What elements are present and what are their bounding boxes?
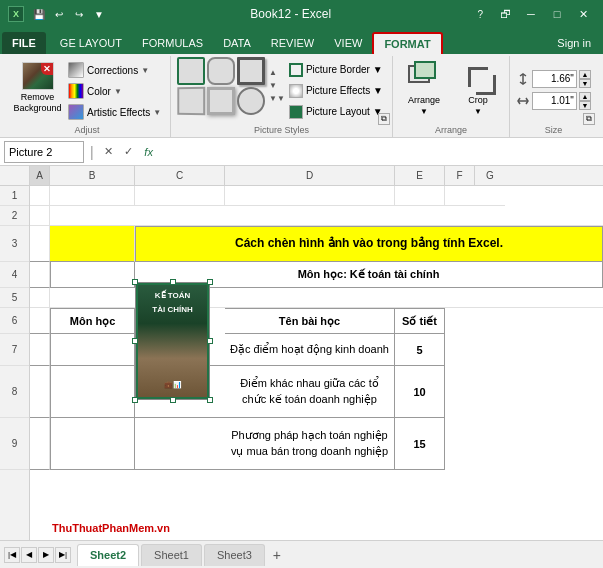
style-thumb-5[interactable] <box>207 87 235 115</box>
col-header-b[interactable]: B <box>50 166 135 185</box>
height-up-btn[interactable]: ▲ <box>579 70 591 79</box>
cell-a1[interactable] <box>30 186 50 206</box>
handle-ml[interactable] <box>132 338 138 344</box>
width-input[interactable] <box>532 92 577 110</box>
formula-fx-btn[interactable]: fx <box>140 143 158 161</box>
style-scroll-down[interactable]: ▼ <box>268 80 286 91</box>
undo-quick-btn[interactable]: ↩ <box>50 5 68 23</box>
picture-border-btn[interactable]: Picture Border ▼ <box>286 60 386 80</box>
sheet-tab-sheet3[interactable]: Sheet3 <box>204 544 265 566</box>
tab-review[interactable]: REVIEW <box>261 32 324 54</box>
minimize-btn[interactable]: ─ <box>519 4 543 24</box>
col-header-e[interactable]: E <box>395 166 445 185</box>
cell-d6-header[interactable]: Tên bài học <box>225 308 395 334</box>
style-thumb-6[interactable] <box>237 87 265 115</box>
help-btn[interactable]: ? <box>473 7 487 22</box>
cell-a6[interactable] <box>30 308 50 334</box>
sheet-tab-sheet2[interactable]: Sheet2 <box>77 544 139 566</box>
style-thumb-1[interactable] <box>177 57 205 85</box>
picture-effects-btn[interactable]: Picture Effects ▼ <box>286 81 386 101</box>
save-quick-btn[interactable]: 💾 <box>30 5 48 23</box>
sign-in-btn[interactable]: Sign in <box>547 32 601 54</box>
picture-styles-expand-btn[interactable]: ⧉ <box>378 113 390 125</box>
picture-layout-btn[interactable]: Picture Layout ▼ <box>286 102 386 122</box>
style-thumb-2[interactable] <box>207 57 235 85</box>
width-down-btn[interactable]: ▼ <box>579 101 591 110</box>
cell-a5[interactable] <box>30 288 50 308</box>
handle-tc[interactable] <box>170 279 176 285</box>
cell-c9[interactable] <box>135 418 225 470</box>
tab-file[interactable]: FILE <box>2 32 46 54</box>
col-header-f[interactable]: F <box>445 166 475 185</box>
cell-d7[interactable]: Đặc điểm hoạt động kinh doanh <box>225 334 395 366</box>
customize-quick-btn[interactable]: ▼ <box>90 5 108 23</box>
cell-a9[interactable] <box>30 418 50 470</box>
sheet-nav-last[interactable]: ▶| <box>55 547 71 563</box>
handle-tl[interactable] <box>132 279 138 285</box>
cell-b1[interactable] <box>50 186 135 206</box>
cell-e8[interactable]: 10 <box>395 366 445 418</box>
formula-confirm-btn[interactable]: ✓ <box>120 143 138 161</box>
cell-b3[interactable] <box>50 226 135 262</box>
cell-fg1[interactable] <box>445 186 505 206</box>
cell-a8[interactable] <box>30 366 50 418</box>
handle-mr[interactable] <box>207 338 213 344</box>
height-down-btn[interactable]: ▼ <box>579 79 591 88</box>
cell-b9[interactable] <box>50 418 135 470</box>
cell-e7[interactable]: 5 <box>395 334 445 366</box>
color-btn[interactable]: Color ▼ <box>65 81 164 101</box>
style-scroll-more[interactable]: ▼▼ <box>268 93 286 104</box>
sheet-tab-sheet1[interactable]: Sheet1 <box>141 544 202 566</box>
style-thumb-4[interactable] <box>177 86 205 115</box>
col-header-g[interactable]: G <box>475 166 505 185</box>
size-expand-btn[interactable]: ⧉ <box>583 113 595 125</box>
tab-view[interactable]: VIEW <box>324 32 372 54</box>
add-sheet-btn[interactable]: + <box>267 545 287 565</box>
tab-page-layout[interactable]: GE LAYOUT <box>50 32 132 54</box>
crop-btn[interactable]: Crop ▼ <box>453 58 503 118</box>
handle-tr[interactable] <box>207 279 213 285</box>
height-input[interactable] <box>532 70 577 88</box>
formula-cancel-btn[interactable]: ✕ <box>100 143 118 161</box>
remove-background-btn[interactable]: ✕ RemoveBackground <box>10 58 65 118</box>
cell-e6-header[interactable]: Số tiết <box>395 308 445 334</box>
cell-d9[interactable]: Phương pháp hạch toán nghiệp vụ mua bán … <box>225 418 395 470</box>
tab-data[interactable]: DATA <box>213 32 261 54</box>
handle-bc[interactable] <box>170 397 176 403</box>
tab-format[interactable]: FORMAT <box>372 32 442 54</box>
cell-b8[interactable] <box>50 366 135 418</box>
cell-e1[interactable] <box>395 186 445 206</box>
style-thumb-3[interactable] <box>237 57 265 85</box>
name-box[interactable]: Picture 2 <box>4 141 84 163</box>
cell-a7[interactable] <box>30 334 50 366</box>
cell-a4[interactable] <box>30 262 50 288</box>
col-header-c[interactable]: C <box>135 166 225 185</box>
cell-b6-header[interactable]: Môn học <box>50 308 135 334</box>
inserted-image[interactable]: KẾ TOÁN TÀI CHÍNH 💼📊 <box>135 282 210 400</box>
maximize-btn[interactable]: □ <box>545 4 569 24</box>
redo-quick-btn[interactable]: ↪ <box>70 5 88 23</box>
style-scroll-up[interactable]: ▲ <box>268 67 286 78</box>
cell-c1[interactable] <box>135 186 225 206</box>
col-header-d[interactable]: D <box>225 166 395 185</box>
tab-formulas[interactable]: FORMULAS <box>132 32 213 54</box>
handle-br[interactable] <box>207 397 213 403</box>
cell-e9[interactable]: 15 <box>395 418 445 470</box>
cell-rest-5[interactable] <box>50 288 603 308</box>
close-btn[interactable]: ✕ <box>571 4 595 24</box>
cell-merged-title[interactable]: Cách chèn hình ảnh vào trong bảng tính E… <box>135 226 603 262</box>
restore-btn[interactable]: 🗗 <box>493 4 517 24</box>
sheet-nav-first[interactable]: |◀ <box>4 547 20 563</box>
arrange-btn[interactable]: Arrange ▼ <box>399 58 449 118</box>
sheet-nav-next[interactable]: ▶ <box>38 547 54 563</box>
cell-d1[interactable] <box>225 186 395 206</box>
cell-a3[interactable] <box>30 226 50 262</box>
width-up-btn[interactable]: ▲ <box>579 92 591 101</box>
artistic-effects-btn[interactable]: Artistic Effects ▼ <box>65 102 164 122</box>
formula-input[interactable] <box>162 141 599 163</box>
corrections-btn[interactable]: Corrections ▼ <box>65 60 164 80</box>
cell-rest-2[interactable] <box>50 206 603 226</box>
sheet-nav-prev[interactable]: ◀ <box>21 547 37 563</box>
cell-b7[interactable] <box>50 334 135 366</box>
cell-a2[interactable] <box>30 206 50 226</box>
